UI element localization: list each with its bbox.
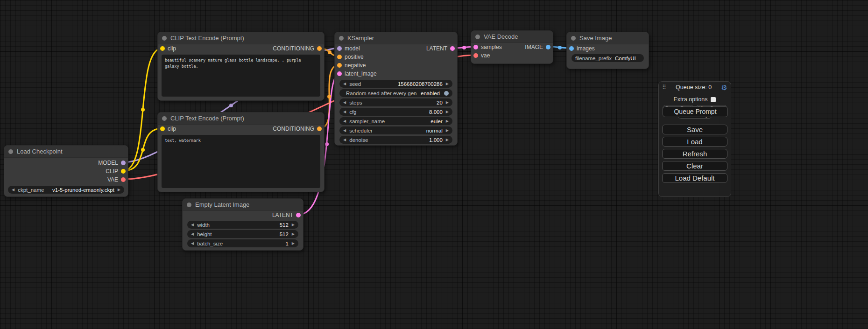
collapse-dot[interactable] <box>162 116 167 121</box>
input-slot-model[interactable] <box>337 46 342 51</box>
node-title-bar[interactable]: CLIP Text Encode (Prompt) <box>158 32 324 44</box>
widget-filename-prefix[interactable]: filename_prefix ComfyUI <box>572 54 644 62</box>
widget-steps[interactable]: ◀ steps 20 ▶ <box>339 98 452 106</box>
load-default-button[interactable]: Load Default <box>662 173 727 183</box>
collapse-dot[interactable] <box>187 203 191 207</box>
widget-batch-size[interactable]: ◀ batch_size 1 ▶ <box>187 239 298 247</box>
output-label-vae: VAE <box>107 176 118 183</box>
input-slot-clip[interactable] <box>160 126 165 131</box>
widget-width[interactable]: ◀ width 512 ▶ <box>187 221 298 229</box>
widget-denoise[interactable]: ◀ denoise 1.000 ▶ <box>339 136 452 144</box>
load-button[interactable]: Load <box>662 137 727 147</box>
refresh-button[interactable]: Refresh <box>662 149 727 159</box>
widget-value: 1 <box>285 241 288 246</box>
collapse-dot[interactable] <box>339 36 344 41</box>
input-slot-samples[interactable] <box>473 45 478 49</box>
drag-handle-icon[interactable]: ⠿ <box>662 84 666 91</box>
link-midpoint-dot <box>327 95 331 98</box>
widget-label: scheduler <box>349 128 373 133</box>
widget-ckpt-name[interactable]: ◀ ckpt_name v1-5-pruned-emaonly.ckpt ▶ <box>8 186 124 194</box>
widget-value: 156680208700286 <box>398 81 443 87</box>
input-slot-images[interactable] <box>569 46 574 51</box>
widget-label: cfg <box>349 109 356 115</box>
node-title-bar[interactable]: Empty Latent Image <box>183 199 303 211</box>
node-title-bar[interactable]: Load Checkpoint <box>4 146 128 158</box>
increment-arrow-icon[interactable]: ▶ <box>292 230 295 238</box>
decrement-arrow-icon[interactable]: ◀ <box>191 239 194 247</box>
output-slot-image[interactable] <box>546 45 550 49</box>
node-title-bar[interactable]: VAE Decode <box>471 31 553 43</box>
output-label-conditioning: CONDITIONING <box>273 45 314 52</box>
slot-row: CLIP <box>4 167 128 175</box>
increment-arrow-icon[interactable]: ▶ <box>446 108 449 116</box>
node-title-bar[interactable]: CLIP Text Encode (Prompt) <box>158 112 324 125</box>
widget-sampler-name[interactable]: ◀ sampler_name euler ▶ <box>339 117 452 125</box>
node-empty-latent-image[interactable]: Empty Latent Image LATENT ◀ width 512 ▶ … <box>182 198 303 251</box>
save-button[interactable]: Save <box>662 125 727 134</box>
slot-row: model LATENT <box>335 44 457 53</box>
output-label-latent: LATENT <box>426 45 447 52</box>
input-slot-vae[interactable] <box>473 53 478 58</box>
clear-button[interactable]: Clear <box>662 161 727 171</box>
node-title: VAE Decode <box>484 33 518 40</box>
next-value-arrow-icon[interactable]: ▶ <box>118 186 120 194</box>
output-slot-latent[interactable] <box>450 46 455 51</box>
widget-value: 20 <box>437 100 443 105</box>
widget-cfg[interactable]: ◀ cfg 8.000 ▶ <box>339 108 452 116</box>
node-clip-text-encode-negative[interactable]: CLIP Text Encode (Prompt) clip CONDITION… <box>157 112 325 192</box>
output-slot-model[interactable] <box>121 161 126 165</box>
widget-height[interactable]: ◀ height 512 ▶ <box>187 230 298 238</box>
node-title: Save Image <box>579 35 612 42</box>
node-ksampler[interactable]: KSampler model LATENT positive negative … <box>334 32 458 146</box>
decrement-arrow-icon[interactable]: ◀ <box>343 98 346 106</box>
collapse-dot[interactable] <box>8 149 13 154</box>
toggle-dot[interactable] <box>444 91 449 96</box>
prompt-textarea[interactable]: beautiful scenery nature glass bottle la… <box>162 55 320 97</box>
decrement-arrow-icon[interactable]: ◀ <box>191 221 194 229</box>
decrement-arrow-icon[interactable]: ◀ <box>191 230 194 238</box>
extra-options-checkbox[interactable] <box>711 97 716 102</box>
increment-arrow-icon[interactable]: ▶ <box>292 239 295 247</box>
widget-value: enabled <box>421 91 440 96</box>
decrement-arrow-icon[interactable]: ◀ <box>343 80 346 88</box>
widget-scheduler[interactable]: ◀ scheduler normal ▶ <box>339 126 452 134</box>
input-label-positive: positive <box>345 54 364 60</box>
output-slot-latent[interactable] <box>296 213 301 217</box>
node-save-image[interactable]: Save Image images filename_prefix ComfyU… <box>566 32 649 69</box>
widget-seed[interactable]: ◀ seed 156680208700286 ▶ <box>339 80 452 88</box>
increment-arrow-icon[interactable]: ▶ <box>446 98 449 106</box>
node-load-checkpoint[interactable]: Load Checkpoint MODEL CLIP VAE ◀ ckpt_na… <box>4 145 128 197</box>
input-label-images: images <box>577 45 595 52</box>
input-slot-latent-image[interactable] <box>337 71 342 76</box>
widget-random-seed-toggle[interactable]: Random seed after every gen enabled <box>339 89 452 97</box>
prev-value-arrow-icon[interactable]: ◀ <box>343 117 346 125</box>
input-slot-negative[interactable] <box>337 63 342 68</box>
widget-value: 512 <box>280 222 289 228</box>
collapse-dot[interactable] <box>475 35 480 39</box>
queue-prompt-button[interactable]: Queue Prompt <box>663 106 728 117</box>
node-title-bar[interactable]: KSampler <box>335 32 457 44</box>
output-slot-conditioning[interactable] <box>317 46 322 51</box>
node-clip-text-encode-positive[interactable]: CLIP Text Encode (Prompt) clip CONDITION… <box>157 32 325 101</box>
decrement-arrow-icon[interactable]: ◀ <box>343 136 346 144</box>
decrement-arrow-icon[interactable]: ◀ <box>343 108 346 116</box>
next-value-arrow-icon[interactable]: ▶ <box>446 117 449 125</box>
node-title-bar[interactable]: Save Image <box>567 32 649 44</box>
prompt-textarea[interactable]: text, watermark <box>162 135 320 188</box>
slot-row: images <box>567 44 649 53</box>
collapse-dot[interactable] <box>571 36 576 41</box>
increment-arrow-icon[interactable]: ▶ <box>292 221 295 229</box>
increment-arrow-icon[interactable]: ▶ <box>446 80 449 88</box>
collapse-dot[interactable] <box>162 36 167 41</box>
prev-value-arrow-icon[interactable]: ◀ <box>343 126 346 134</box>
node-vae-decode[interactable]: VAE Decode samples IMAGE vae <box>471 30 553 64</box>
next-value-arrow-icon[interactable]: ▶ <box>446 126 449 134</box>
input-slot-positive[interactable] <box>337 55 342 59</box>
output-slot-vae[interactable] <box>121 177 126 182</box>
output-slot-conditioning[interactable] <box>317 126 322 131</box>
input-slot-clip[interactable] <box>160 46 165 51</box>
prev-value-arrow-icon[interactable]: ◀ <box>12 186 14 194</box>
output-slot-clip[interactable] <box>121 169 126 174</box>
settings-gear-icon[interactable]: ⚙ <box>721 84 727 91</box>
increment-arrow-icon[interactable]: ▶ <box>446 136 449 144</box>
